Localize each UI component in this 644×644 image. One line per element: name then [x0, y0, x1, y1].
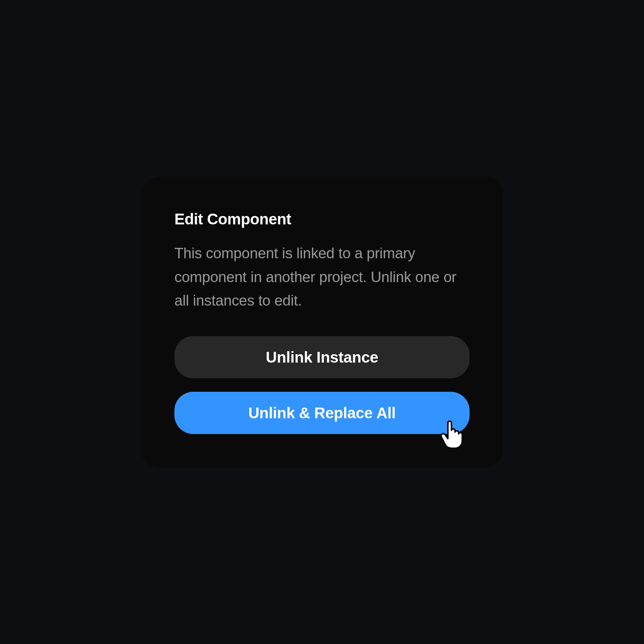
- unlink-replace-all-button[interactable]: Unlink & Replace All: [174, 392, 470, 434]
- edit-component-dialog: Edit Component This component is linked …: [141, 176, 503, 467]
- dialog-description: This component is linked to a primary co…: [174, 241, 470, 312]
- dialog-button-group: Unlink Instance Unlink & Replace All: [174, 336, 470, 434]
- dialog-title: Edit Component: [174, 210, 470, 228]
- unlink-instance-button[interactable]: Unlink Instance: [174, 336, 470, 378]
